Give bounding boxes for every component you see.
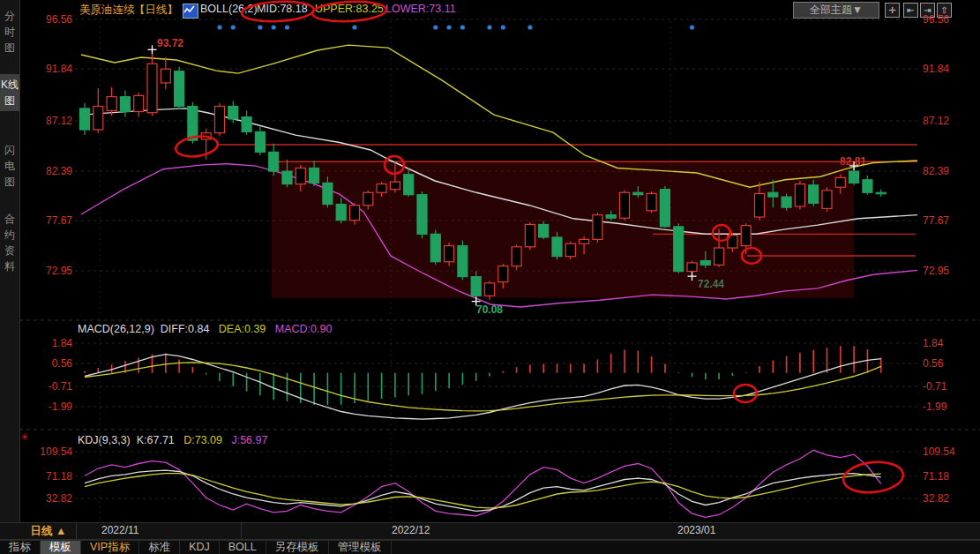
kdj-k-value: K:67.71 [137, 434, 175, 446]
boll-upper-value: UPPER:83.25 [315, 3, 384, 15]
kdj-d-value: D:73.09 [183, 434, 222, 446]
indicator-chart-icon [183, 4, 198, 19]
y-axis-label: 96.56 [923, 13, 976, 26]
y-axis-label: 109.54 [21, 445, 72, 458]
price-annotation-label: 82.81 [840, 155, 866, 168]
y-axis-label: -1.99 [923, 401, 976, 413]
price-annotation-label: 72.44 [698, 278, 724, 290]
period-tag: 【日线】 [134, 3, 178, 18]
kdj-panel-marker-icon: ✳ [20, 431, 28, 443]
pane-shrink-icon[interactable]: ⇤ [903, 3, 918, 18]
boll-lower-value: LOWER:73.11 [385, 3, 456, 15]
macd-macd-value: MACD:0.90 [275, 323, 333, 335]
y-axis-label: 109.54 [923, 445, 976, 458]
tab-boll[interactable]: BOLL [220, 541, 266, 554]
theme-dropdown-button[interactable]: 全部主题▼ [793, 2, 879, 19]
tab-save-template[interactable]: 另存模板 [266, 541, 329, 554]
y-axis-label: 32.82 [21, 492, 72, 505]
bottom-tab-bar: 指标模板VIP指标标准KDJBOLL另存模板管理模板 [0, 540, 980, 554]
chart-canvas[interactable] [0, 0, 980, 554]
crosshair-move-icon[interactable]: ✛ [885, 3, 900, 18]
boll-param-label: BOLL(26,2) [200, 3, 258, 15]
axis-row-divider [241, 523, 242, 539]
y-axis-label: 72.95 [21, 265, 72, 277]
y-axis-label: 82.39 [923, 165, 976, 177]
tab-indicator[interactable]: 指标 [0, 541, 41, 554]
tab-vip-indicator[interactable]: VIP指标 [81, 541, 139, 554]
y-axis-label: 77.67 [923, 214, 976, 227]
chart-header: 美原油连续 【日线】 BOLL(26,2) MID:78.18 UPPER:83… [0, 0, 980, 21]
y-axis-label: 71.18 [923, 470, 976, 483]
sidebar-item-kline[interactable]: K线图 [0, 74, 19, 111]
y-axis-label: 91.84 [21, 63, 72, 75]
period-selector-button[interactable]: 日线 ▲ [21, 523, 77, 539]
y-axis-label: 72.95 [923, 265, 976, 277]
y-axis-label: -0.71 [21, 380, 72, 393]
tab-kdj[interactable]: KDJ [180, 541, 220, 554]
x-axis-month-label: 2022/11 [101, 524, 139, 536]
sidebar-item-contract-info[interactable]: 合约资料 [0, 208, 19, 277]
x-axis-month-label: 2023/01 [677, 524, 715, 536]
y-axis-label: 1.84 [923, 337, 976, 349]
y-axis-label: 32.82 [923, 492, 976, 505]
y-axis-label: 1.84 [21, 337, 72, 349]
tab-standard[interactable]: 标准 [139, 541, 180, 554]
y-axis-label: 0.56 [923, 357, 976, 370]
y-axis-label: 91.84 [923, 63, 976, 75]
y-axis-label: -0.71 [923, 380, 976, 393]
y-axis-label: 82.39 [21, 165, 72, 177]
kdj-j-value: J:56.97 [231, 434, 267, 446]
macd-diff-value: DIFF:0.84 [161, 323, 210, 335]
price-annotation-label: 93.72 [157, 37, 183, 49]
sidebar-item-flash[interactable]: 闪电图 [0, 139, 19, 192]
tab-manage-template[interactable]: 管理模板 [329, 541, 392, 554]
x-axis-row: 日线 ▲ 2022/112022/122023/01 [0, 522, 980, 540]
kdj-name-label: KDJ(9,3,3) [78, 434, 131, 446]
trading-app-window: 分时图K线图闪电图合约资料 美原油连续 【日线】 BOLL(26,2) MID:… [0, 0, 980, 554]
symbol-title: 美原油连续 [79, 3, 135, 18]
kdj-panel-header: KDJ(9,3,3) K:67.71 D:73.09 J:56.97 [78, 434, 267, 446]
macd-dea-value: DEA:0.39 [219, 323, 266, 335]
x-axis-month-label: 2022/12 [392, 524, 430, 536]
left-sidebar: 分时图K线图闪电图合约资料 [0, 0, 20, 522]
y-axis-label: 71.18 [21, 470, 72, 483]
price-annotation-label: 70.08 [476, 303, 503, 316]
macd-panel-header: MACD(26,12,9) DIFF:0.84 DEA:0.39 MACD:0.… [78, 323, 332, 335]
y-axis-label: 87.12 [923, 115, 976, 127]
boll-mid-value: MID:78.18 [257, 3, 308, 15]
y-axis-label: -1.99 [21, 401, 72, 413]
macd-name-label: MACD(26,12,9) [78, 323, 154, 335]
tab-template[interactable]: 模板 [41, 541, 81, 554]
y-axis-label: 96.56 [21, 13, 72, 26]
y-axis-label: 87.12 [21, 115, 72, 127]
y-axis-label: 77.67 [21, 214, 72, 227]
y-axis-label: 0.56 [21, 357, 72, 370]
